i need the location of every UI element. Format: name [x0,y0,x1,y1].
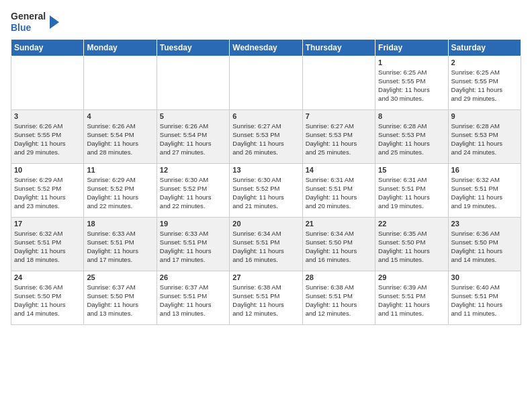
weekday-header-sunday: Sunday [11,39,84,56]
calendar-cell: 18Sunrise: 6:33 AM Sunset: 5:51 PM Dayli… [84,217,157,271]
day-number: 7 [306,112,372,120]
day-number: 21 [306,220,372,228]
logo-blue: Blue [11,22,31,33]
day-number: 14 [306,166,372,174]
calendar-cell: 11Sunrise: 6:29 AM Sunset: 5:52 PM Dayli… [84,163,157,217]
calendar-cell [230,56,302,109]
calendar-cell: 9Sunrise: 6:28 AM Sunset: 5:53 PM Daylig… [448,109,521,163]
day-number: 29 [378,273,445,281]
day-info: Sunrise: 6:34 AM Sunset: 5:50 PM Dayligh… [306,229,372,265]
day-number: 23 [451,220,518,228]
calendar-cell: 21Sunrise: 6:34 AM Sunset: 5:50 PM Dayli… [302,217,375,271]
calendar-cell: 13Sunrise: 6:30 AM Sunset: 5:52 PM Dayli… [230,163,302,217]
day-info: Sunrise: 6:27 AM Sunset: 5:53 PM Dayligh… [306,122,372,157]
weekday-header-tuesday: Tuesday [157,39,229,56]
day-number: 24 [14,273,81,281]
day-info: Sunrise: 6:37 AM Sunset: 5:51 PM Dayligh… [160,283,226,318]
calendar-cell: 29Sunrise: 6:39 AM Sunset: 5:51 PM Dayli… [375,271,448,324]
day-info: Sunrise: 6:36 AM Sunset: 5:50 PM Dayligh… [451,229,518,265]
day-number: 25 [87,273,153,281]
day-info: Sunrise: 6:30 AM Sunset: 5:52 PM Dayligh… [232,175,299,211]
day-number: 15 [378,166,445,174]
day-info: Sunrise: 6:33 AM Sunset: 5:51 PM Dayligh… [160,229,226,265]
weekday-header-row: SundayMondayTuesdayWednesdayThursdayFrid… [11,39,521,56]
calendar-cell: 23Sunrise: 6:36 AM Sunset: 5:50 PM Dayli… [448,217,521,271]
calendar-week-3: 10Sunrise: 6:29 AM Sunset: 5:52 PM Dayli… [11,163,521,217]
day-number: 1 [378,58,445,66]
calendar-cell: 2Sunrise: 6:25 AM Sunset: 5:55 PM Daylig… [448,56,521,109]
calendar-cell [84,56,157,109]
day-info: Sunrise: 6:37 AM Sunset: 5:50 PM Dayligh… [87,283,153,318]
calendar-cell: 28Sunrise: 6:38 AM Sunset: 5:51 PM Dayli… [302,271,375,324]
day-info: Sunrise: 6:27 AM Sunset: 5:53 PM Dayligh… [232,122,299,157]
calendar-week-1: 1Sunrise: 6:25 AM Sunset: 5:55 PM Daylig… [11,56,521,109]
calendar-cell: 24Sunrise: 6:36 AM Sunset: 5:50 PM Dayli… [11,271,84,324]
day-number: 18 [87,220,153,228]
day-number: 26 [160,273,226,281]
day-info: Sunrise: 6:29 AM Sunset: 5:52 PM Dayligh… [14,175,81,211]
day-info: Sunrise: 6:34 AM Sunset: 5:51 PM Dayligh… [232,229,299,265]
day-number: 6 [232,112,299,120]
calendar-week-4: 17Sunrise: 6:32 AM Sunset: 5:51 PM Dayli… [11,217,521,271]
day-info: Sunrise: 6:29 AM Sunset: 5:52 PM Dayligh… [87,175,153,211]
day-number: 2 [451,58,518,66]
weekday-header-wednesday: Wednesday [230,39,302,56]
day-info: Sunrise: 6:26 AM Sunset: 5:54 PM Dayligh… [87,122,153,157]
day-info: Sunrise: 6:38 AM Sunset: 5:51 PM Dayligh… [306,283,372,318]
calendar-week-2: 3Sunrise: 6:26 AM Sunset: 5:55 PM Daylig… [11,109,521,163]
day-info: Sunrise: 6:40 AM Sunset: 5:51 PM Dayligh… [451,283,518,318]
calendar-cell: 1Sunrise: 6:25 AM Sunset: 5:55 PM Daylig… [375,56,448,109]
calendar-cell: 14Sunrise: 6:31 AM Sunset: 5:51 PM Dayli… [302,163,375,217]
calendar-cell: 17Sunrise: 6:32 AM Sunset: 5:51 PM Dayli… [11,217,84,271]
calendar-cell: 12Sunrise: 6:30 AM Sunset: 5:52 PM Dayli… [157,163,229,217]
day-info: Sunrise: 6:39 AM Sunset: 5:51 PM Dayligh… [378,283,445,318]
page-header: General Blue [11,11,521,34]
day-number: 27 [232,273,299,281]
day-info: Sunrise: 6:25 AM Sunset: 5:55 PM Dayligh… [451,68,518,103]
day-number: 30 [451,273,518,281]
day-info: Sunrise: 6:32 AM Sunset: 5:51 PM Dayligh… [14,229,81,265]
day-number: 3 [14,112,81,120]
calendar-cell: 6Sunrise: 6:27 AM Sunset: 5:53 PM Daylig… [230,109,302,163]
logo-arrow-icon [50,15,59,29]
calendar-table: SundayMondayTuesdayWednesdayThursdayFrid… [11,39,521,325]
day-info: Sunrise: 6:33 AM Sunset: 5:51 PM Dayligh… [87,229,153,265]
logo-text: General Blue [11,11,46,34]
day-info: Sunrise: 6:32 AM Sunset: 5:51 PM Dayligh… [451,175,518,211]
calendar-cell: 8Sunrise: 6:28 AM Sunset: 5:53 PM Daylig… [375,109,448,163]
day-info: Sunrise: 6:38 AM Sunset: 5:51 PM Dayligh… [232,283,299,318]
calendar-cell: 7Sunrise: 6:27 AM Sunset: 5:53 PM Daylig… [302,109,375,163]
day-number: 13 [232,166,299,174]
calendar-cell: 15Sunrise: 6:31 AM Sunset: 5:51 PM Dayli… [375,163,448,217]
day-number: 17 [14,220,81,228]
day-info: Sunrise: 6:31 AM Sunset: 5:51 PM Dayligh… [306,175,372,211]
day-info: Sunrise: 6:26 AM Sunset: 5:55 PM Dayligh… [14,122,81,157]
day-number: 9 [451,112,518,120]
weekday-header-friday: Friday [375,39,448,56]
day-number: 28 [306,273,372,281]
day-number: 11 [87,166,153,174]
day-info: Sunrise: 6:31 AM Sunset: 5:51 PM Dayligh… [378,175,445,211]
day-number: 19 [160,220,226,228]
calendar-week-5: 24Sunrise: 6:36 AM Sunset: 5:50 PM Dayli… [11,271,521,324]
calendar-cell: 16Sunrise: 6:32 AM Sunset: 5:51 PM Dayli… [448,163,521,217]
logo-general: General [11,11,46,21]
day-info: Sunrise: 6:28 AM Sunset: 5:53 PM Dayligh… [378,122,445,157]
calendar-cell: 4Sunrise: 6:26 AM Sunset: 5:54 PM Daylig… [84,109,157,163]
day-number: 16 [451,166,518,174]
day-number: 12 [160,166,226,174]
day-info: Sunrise: 6:25 AM Sunset: 5:55 PM Dayligh… [378,68,445,103]
day-number: 10 [14,166,81,174]
calendar-cell: 27Sunrise: 6:38 AM Sunset: 5:51 PM Dayli… [230,271,302,324]
calendar-cell [302,56,375,109]
logo: General Blue [11,11,59,34]
weekday-header-thursday: Thursday [302,39,375,56]
calendar-cell: 10Sunrise: 6:29 AM Sunset: 5:52 PM Dayli… [11,163,84,217]
day-number: 20 [232,220,299,228]
day-number: 5 [160,112,226,120]
day-number: 8 [378,112,445,120]
calendar-cell [11,56,84,109]
calendar-cell: 26Sunrise: 6:37 AM Sunset: 5:51 PM Dayli… [157,271,229,324]
day-info: Sunrise: 6:30 AM Sunset: 5:52 PM Dayligh… [160,175,226,211]
day-info: Sunrise: 6:36 AM Sunset: 5:50 PM Dayligh… [14,283,81,318]
